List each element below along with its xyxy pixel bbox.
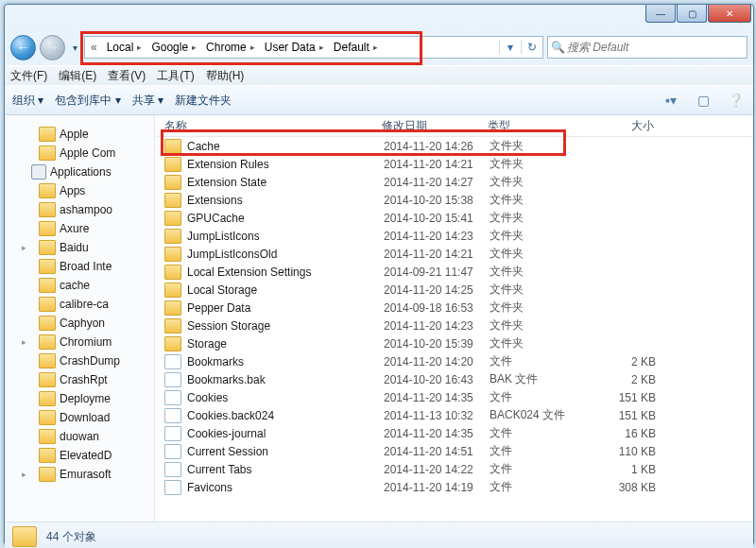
minimize-button[interactable]: — [645, 5, 676, 23]
tree-item[interactable]: Apple Com [5, 144, 154, 163]
tree-item[interactable]: Apple [5, 125, 154, 144]
nav-row: ← → ▾ «Local▸Google▸Chrome▸User Data▸Def… [5, 31, 753, 65]
file-row[interactable]: JumpListIconsOld2014-11-20 14:21文件夹 [155, 245, 753, 263]
file-row[interactable]: Storage2014-10-20 15:39文件夹 [155, 334, 753, 352]
tree-item[interactable]: Axure [5, 219, 154, 238]
breadcrumb-item[interactable]: Default▸ [328, 41, 382, 54]
column-headers[interactable]: 名称 修改日期 类型 大小 [155, 115, 753, 137]
tree-item[interactable]: ashampoo [5, 200, 154, 219]
view-mode-button[interactable]: ▪▾ [661, 93, 681, 108]
new-folder-button[interactable]: 新建文件夹 [175, 93, 232, 109]
folder-icon [164, 175, 181, 190]
tree-item[interactable]: Caphyon [5, 314, 154, 333]
file-row[interactable]: Favicons2014-11-20 14:19文件308 KB [155, 478, 753, 496]
tree-item[interactable]: ▸Chromium [5, 333, 154, 351]
col-date[interactable]: 修改日期 [382, 118, 488, 134]
breadcrumb-item[interactable]: Chrome▸ [200, 41, 259, 54]
tree-item[interactable]: ▸Emurasoft [5, 465, 154, 484]
tree-item[interactable]: ▸Baidu [5, 238, 154, 257]
breadcrumb-overflow[interactable]: « [85, 41, 101, 54]
file-row[interactable]: Extension Rules2014-11-20 14:21文件夹 [155, 155, 753, 173]
explorer-window: — ▢ ✕ ← → ▾ «Local▸Google▸Chrome▸User Da… [4, 4, 754, 546]
col-name[interactable]: 名称 [164, 118, 382, 134]
col-size[interactable]: 大小 [588, 118, 663, 134]
file-row[interactable]: Current Tabs2014-11-20 14:22文件1 KB [155, 460, 753, 478]
folder-icon [164, 229, 181, 244]
file-list[interactable]: Cache2014-11-20 14:26文件夹Extension Rules2… [155, 137, 753, 522]
organize-button[interactable]: 组织 ▾ [12, 93, 43, 109]
file-icon [164, 390, 181, 405]
file-icon [164, 444, 181, 459]
share-button[interactable]: 共享 ▾ [132, 93, 163, 109]
menu-item[interactable]: 工具(T) [157, 68, 194, 84]
status-text: 44 个对象 [46, 529, 96, 545]
tree-item[interactable]: cache [5, 276, 154, 295]
include-button[interactable]: 包含到库中 ▾ [55, 93, 120, 109]
file-row[interactable]: JumpListIcons2014-11-20 14:23文件夹 [155, 227, 753, 245]
close-button[interactable]: ✕ [708, 5, 751, 23]
file-row[interactable]: Cookies-journal2014-11-20 14:35文件16 KB [155, 424, 753, 442]
col-type[interactable]: 类型 [488, 118, 588, 134]
file-row[interactable]: Cache2014-11-20 14:26文件夹 [155, 137, 753, 155]
address-dropdown-icon[interactable]: ▾ [499, 41, 521, 54]
folder-icon [164, 139, 181, 154]
file-row[interactable]: Session Storage2014-11-20 14:23文件夹 [155, 317, 753, 334]
file-row[interactable]: Bookmarks2014-11-20 14:20文件2 KB [155, 352, 753, 370]
folder-icon [164, 211, 181, 226]
file-row[interactable]: Local Extension Settings2014-09-21 11:47… [155, 263, 753, 281]
maximize-button[interactable]: ▢ [677, 5, 707, 23]
folder-icon [164, 318, 181, 334]
folder-icon [164, 157, 181, 172]
tree-item[interactable]: ElevatedD [5, 446, 154, 465]
tree-item[interactable]: CrashRpt [5, 370, 154, 389]
menu-item[interactable]: 帮助(H) [206, 68, 245, 84]
address-bar[interactable]: «Local▸Google▸Chrome▸User Data▸Default▸▾… [84, 36, 543, 59]
breadcrumb-item[interactable]: Local▸ [101, 41, 146, 54]
breadcrumb-item[interactable]: User Data▸ [259, 41, 328, 54]
search-box[interactable]: 🔍 [547, 36, 747, 59]
file-icon [164, 408, 181, 423]
file-row[interactable]: GPUCache2014-10-20 15:41文件夹 [155, 209, 753, 227]
file-row[interactable]: Local Storage2014-11-20 14:25文件夹 [155, 281, 753, 299]
folder-icon [164, 247, 181, 262]
folder-icon [164, 300, 181, 316]
search-input[interactable] [567, 41, 747, 54]
tree-item[interactable]: calibre-ca [5, 295, 154, 314]
file-icon [164, 426, 181, 441]
folder-icon [164, 283, 181, 298]
refresh-button[interactable]: ↻ [521, 41, 542, 54]
file-row[interactable]: Cookies2014-11-20 14:35文件151 KB [155, 388, 753, 406]
folder-tree[interactable]: AppleApple ComApplicationsAppsashampooAx… [5, 115, 155, 522]
status-bar: 44 个对象 [5, 522, 753, 548]
search-icon: 🔍 [548, 41, 567, 54]
breadcrumb-item[interactable]: Google▸ [146, 41, 200, 54]
tree-item[interactable]: duowan [5, 427, 154, 446]
preview-pane-button[interactable]: ▢ [693, 93, 713, 108]
file-list-panel: 名称 修改日期 类型 大小 Cache2014-11-20 14:26文件夹Ex… [155, 115, 753, 522]
file-row[interactable]: Pepper Data2014-09-18 16:53文件夹 [155, 299, 753, 317]
file-row[interactable]: Cookies.back0242014-11-13 10:32BACK024 文… [155, 406, 753, 424]
menu-item[interactable]: 查看(V) [108, 68, 146, 84]
folder-icon [164, 336, 181, 351]
menu-item[interactable]: 文件(F) [10, 68, 47, 84]
tree-item[interactable]: Deployme [5, 389, 154, 408]
file-row[interactable]: Extensions2014-10-20 15:38文件夹 [155, 191, 753, 209]
file-row[interactable]: Extension State2014-11-20 14:27文件夹 [155, 173, 753, 191]
tree-item[interactable]: Download [5, 408, 154, 427]
file-icon [164, 354, 181, 369]
tree-item[interactable]: Broad Inte [5, 257, 154, 276]
help-button[interactable]: ❔ [725, 93, 746, 108]
content-area: AppleApple ComApplicationsAppsashampooAx… [5, 115, 753, 522]
menu-item[interactable]: 编辑(E) [59, 68, 96, 84]
file-row[interactable]: Bookmarks.bak2014-10-20 16:43BAK 文件2 KB [155, 370, 753, 388]
nav-history-dropdown[interactable]: ▾ [69, 43, 80, 53]
file-icon [164, 372, 181, 387]
tree-item[interactable]: Applications [5, 163, 154, 181]
tree-item[interactable]: Apps [5, 181, 154, 200]
forward-button[interactable]: → [40, 35, 65, 60]
tree-item[interactable]: CrashDump [5, 351, 154, 370]
back-button[interactable]: ← [10, 35, 36, 60]
folder-icon [164, 265, 181, 280]
menu-bar: 文件(F)编辑(E)查看(V)工具(T)帮助(H) [5, 65, 753, 85]
file-row[interactable]: Current Session2014-11-20 14:51文件110 KB [155, 442, 753, 460]
